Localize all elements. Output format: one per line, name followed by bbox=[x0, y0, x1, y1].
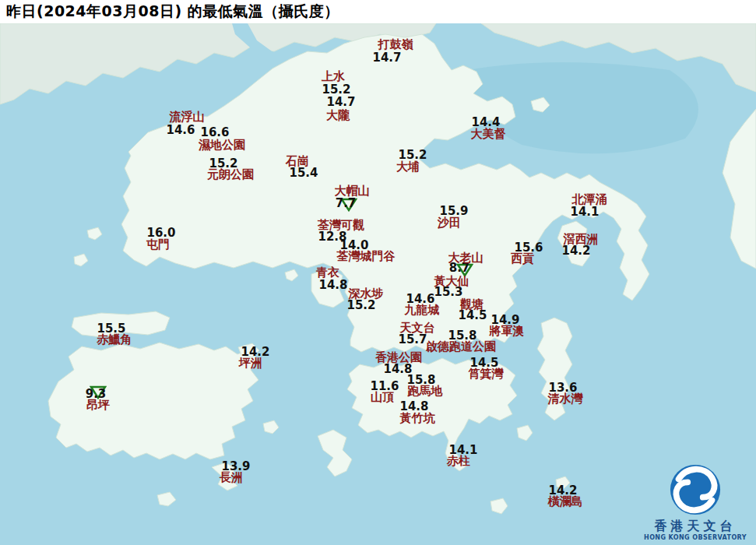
hko-logo-name-en: HONG KONG OBSERVATORY bbox=[641, 534, 750, 542]
station-temp: 15.3 bbox=[434, 287, 462, 298]
station-name: 筲箕灣 bbox=[469, 368, 504, 380]
station-name: 坪洲 bbox=[239, 357, 262, 369]
station-temp: 14.7 bbox=[326, 97, 355, 108]
station-temp: 14.6 bbox=[166, 125, 195, 136]
station-name: 屯門 bbox=[146, 239, 170, 251]
station-name: 青衣 bbox=[316, 267, 339, 279]
station-name: 滘西洲 bbox=[564, 234, 599, 245]
station-name: 將軍澳 bbox=[490, 325, 525, 337]
station-name: 香港公園 bbox=[375, 352, 422, 364]
station-name: 荃灣可觀 bbox=[318, 220, 364, 231]
station-name: 北潭涌 bbox=[572, 194, 607, 206]
station-name: 西貢 bbox=[511, 253, 534, 265]
station-name: 黃竹坑 bbox=[400, 413, 435, 424]
station-name: 赤鱲角 bbox=[97, 334, 132, 346]
station-name: 清水灣 bbox=[548, 393, 583, 405]
station-name: 大美督 bbox=[471, 128, 506, 140]
station-name: 橫瀾島 bbox=[548, 496, 583, 508]
page-title: 昨日(2024年03月08日) 的最低氣溫（攝氏度） bbox=[0, 2, 339, 22]
hko-logo-name-zh: 香港天文台 bbox=[641, 519, 750, 533]
station-temp: 15.7 bbox=[398, 334, 427, 346]
station-name: 石崗 bbox=[286, 156, 309, 167]
station-name: 天文台 bbox=[400, 322, 435, 334]
station-name: 跑馬地 bbox=[408, 385, 443, 397]
station-name: 上水 bbox=[322, 71, 345, 83]
station-temp: 7.7 bbox=[336, 198, 357, 209]
station-name: 九龍城 bbox=[405, 304, 440, 316]
station-name: 流浮山 bbox=[170, 111, 205, 123]
station-name: 啟德跑道公園 bbox=[426, 341, 496, 353]
station-name: 黃大仙 bbox=[434, 276, 469, 287]
station-temp: 14.8 bbox=[318, 280, 347, 291]
station-temp: 16.6 bbox=[200, 127, 229, 139]
station-name: 元朗公園 bbox=[207, 169, 254, 181]
station-temp: 15.2 bbox=[346, 300, 375, 311]
station-name: 荃灣城門谷 bbox=[337, 251, 396, 262]
station-name: 大帽山 bbox=[335, 185, 370, 197]
station-temp: 14.7 bbox=[372, 52, 401, 64]
hko-logo-icon bbox=[668, 462, 723, 517]
station-name: 深水埗 bbox=[349, 288, 384, 300]
station-name: 大老山 bbox=[448, 252, 483, 264]
station-name: 濕地公園 bbox=[199, 139, 245, 151]
station-name: 打鼓嶺 bbox=[378, 39, 413, 51]
station-name: 昂坪 bbox=[86, 399, 110, 411]
station-name: 山頂 bbox=[371, 392, 394, 403]
station-name: 大隴 bbox=[326, 110, 350, 121]
station-temp: 15.2 bbox=[322, 84, 350, 96]
station-temp: 14.5 bbox=[458, 310, 487, 322]
title-bar: 昨日(2024年03月08日) 的最低氣溫（攝氏度） bbox=[0, 0, 756, 23]
station-temp: 14.1 bbox=[570, 206, 599, 218]
station-temp: 14.2 bbox=[561, 245, 590, 257]
station-name: 大埔 bbox=[396, 161, 420, 173]
min-temperature-map-screen: 昨日(2024年03月08日) 的最低氣溫（攝氏度） 14.7打鼓嶺15.2上水… bbox=[0, 0, 756, 545]
station-temp: 15.4 bbox=[289, 167, 318, 179]
hko-logo: 香港天文台 HONG KONG OBSERVATORY bbox=[641, 462, 750, 542]
station-name: 赤柱 bbox=[447, 455, 470, 467]
station-name: 觀塘 bbox=[460, 299, 483, 311]
station-name: 長洲 bbox=[220, 472, 243, 483]
station-name: 沙田 bbox=[438, 217, 461, 229]
